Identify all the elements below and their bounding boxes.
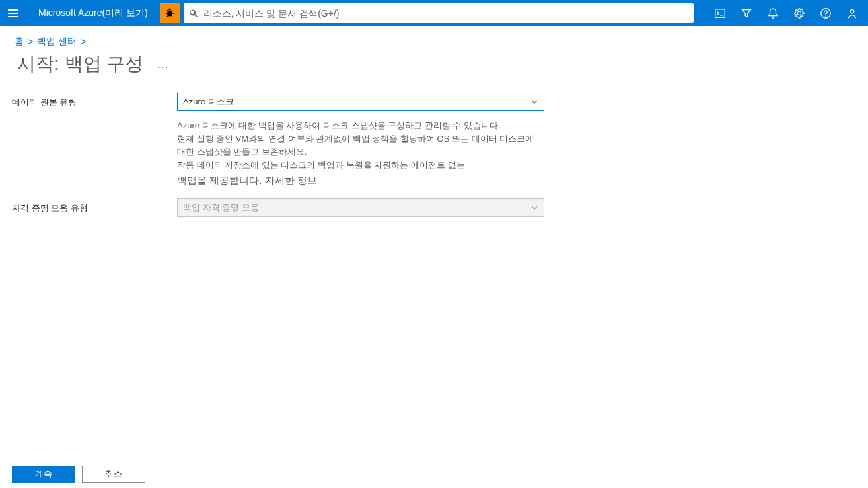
form-area: 데이터 원본 유형 Azure 디스크 Azure 디스크에 대한 백업을 사용…	[0, 93, 868, 460]
brand-label: Microsoft Azure(미리 보기)	[26, 7, 160, 19]
person-icon	[846, 7, 858, 19]
directory-filter-button[interactable]	[733, 0, 760, 26]
breadcrumb-home[interactable]: 홈	[15, 36, 24, 48]
chevron-right-icon: >	[81, 36, 86, 47]
desc-line-1: Azure 디스크에 대한 백업을 사용하여 디스크 스냅샷을 구성하고 관리할…	[177, 119, 544, 132]
cancel-button[interactable]: 취소	[82, 466, 145, 483]
bug-icon	[164, 7, 176, 19]
vault-type-row: 자격 증명 모음 유형 백업 자격 증명 모음	[12, 198, 856, 217]
top-bar: Microsoft Azure(미리 보기)	[0, 0, 868, 26]
filter-icon	[741, 7, 752, 19]
breadcrumb: 홈 > 백업 센터 >	[0, 26, 868, 50]
account-button[interactable]	[839, 0, 865, 26]
desc-line-4-text: 백업을 제공합니다.	[177, 175, 265, 186]
chevron-down-icon	[530, 204, 538, 212]
settings-button[interactable]	[786, 0, 813, 26]
bell-icon	[767, 7, 779, 19]
datasource-row: 데이터 원본 유형 Azure 디스크 Azure 디스크에 대한 백업을 사용…	[12, 93, 856, 188]
vault-type-select: 백업 자격 증명 모음	[177, 198, 544, 217]
cloud-shell-icon	[714, 7, 726, 19]
chevron-right-icon: >	[28, 36, 33, 47]
gear-icon	[793, 7, 805, 19]
top-icons	[707, 0, 868, 26]
search-box[interactable]	[184, 3, 694, 23]
datasource-description: Azure 디스크에 대한 백업을 사용하여 디스크 스냅샷을 구성하고 관리할…	[177, 119, 544, 188]
cloud-shell-button[interactable]	[707, 0, 733, 26]
datasource-select[interactable]: Azure 디스크	[177, 93, 544, 111]
vault-type-value: 백업 자격 증명 모음	[183, 202, 259, 214]
preview-bug-button[interactable]	[160, 3, 180, 23]
continue-button[interactable]: 계속	[12, 466, 75, 483]
help-icon	[820, 7, 832, 19]
desc-line-4: 백업을 제공합니다. 자세한 정보	[177, 173, 544, 188]
more-button[interactable]: …	[154, 55, 171, 74]
desc-line-3: 작동 데이터 저장소에 있는 디스크의 백업과 복원을 지원하는 에이전트 없는	[177, 159, 544, 172]
footer: 계속 취소	[0, 460, 868, 488]
help-button[interactable]	[813, 0, 839, 26]
svg-point-1	[850, 10, 853, 13]
hamburger-menu-button[interactable]	[0, 0, 26, 26]
title-row: 시작: 백업 구성 …	[0, 50, 868, 93]
datasource-value: Azure 디스크	[183, 96, 234, 108]
chevron-down-icon	[530, 98, 538, 106]
notifications-button[interactable]	[760, 0, 786, 26]
breadcrumb-backup-center[interactable]: 백업 센터	[37, 36, 77, 48]
hamburger-icon	[8, 8, 18, 19]
datasource-label: 데이터 원본 유형	[12, 93, 177, 108]
search-input[interactable]	[203, 3, 694, 23]
vault-type-label: 자격 증명 모음 유형	[12, 198, 177, 214]
search-icon	[184, 9, 203, 18]
desc-line-2: 현재 실행 중인 VM와의 연결 여부와 관계없이 백업 정책을 할당하여 OS…	[177, 132, 544, 159]
page-title: 시작: 백업 구성	[17, 52, 143, 77]
learn-more-link[interactable]: 자세한 정보	[265, 175, 317, 186]
